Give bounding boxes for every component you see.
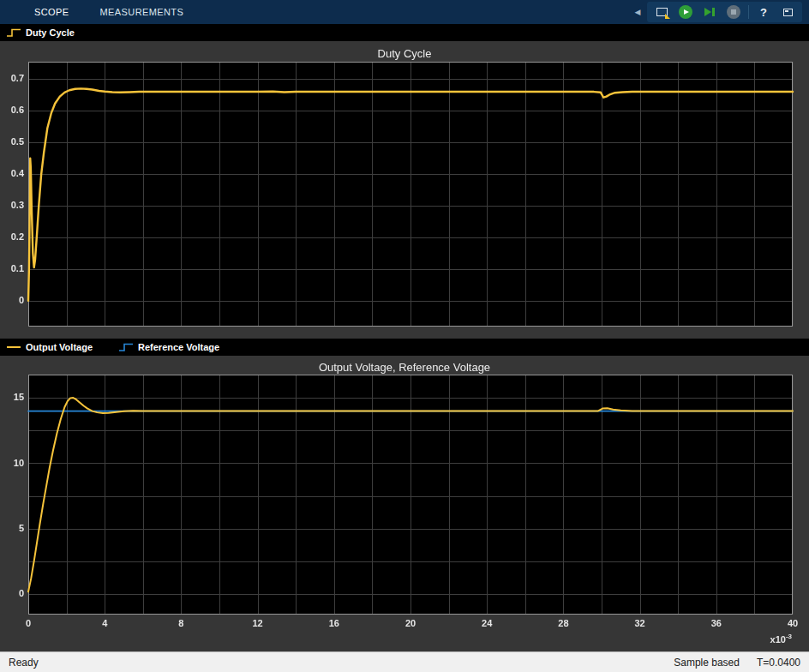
toolbar-actions: ◀ ? <box>632 2 809 22</box>
reference-voltage-step-icon <box>118 343 134 351</box>
status-text: Ready <box>9 657 39 669</box>
toolbar-divider <box>748 5 749 19</box>
legend-item-duty-cycle[interactable]: Duty Cycle <box>6 27 75 38</box>
duty-cycle-plot-canvas[interactable] <box>0 41 809 339</box>
help-icon: ? <box>760 6 767 19</box>
play-icon <box>679 5 692 19</box>
duty-cycle-step-icon <box>6 28 21 37</box>
tab-scope[interactable]: SCOPE <box>19 0 85 24</box>
voltage-chart: Output Voltage, Reference Voltage x10-3 <box>0 356 809 651</box>
legend-item-reference-voltage[interactable]: Reference Voltage <box>118 342 219 352</box>
legend-bar-top: Duty Cycle <box>0 24 809 41</box>
run-button[interactable] <box>676 3 695 21</box>
toolstrip-tabs: SCOPE MEASUREMENTS <box>0 0 199 24</box>
scope-window: SCOPE MEASUREMENTS ◀ ? Duty Cycle <box>0 0 809 672</box>
duty-cycle-chart: Duty Cycle <box>0 41 809 339</box>
help-button[interactable]: ? <box>754 3 773 21</box>
simulation-time-label: T=0.0400 <box>757 657 800 669</box>
simulink-block-icon <box>656 8 668 16</box>
toolstrip: SCOPE MEASUREMENTS ◀ ? <box>0 0 809 24</box>
output-voltage-line-icon <box>6 343 21 351</box>
legend-item-output-voltage[interactable]: Output Voltage <box>6 342 93 352</box>
step-forward-button[interactable] <box>700 3 719 21</box>
collapse-toolstrip-icon[interactable]: ◀ <box>632 8 644 16</box>
status-bar: Ready Sample based T=0.0400 <box>0 651 809 672</box>
legend-bar-bottom: Output Voltage Reference Voltage <box>0 339 809 356</box>
dock-icon <box>783 9 793 16</box>
legend-label-reference-voltage: Reference Voltage <box>138 342 219 352</box>
step-forward-icon <box>704 8 715 16</box>
tab-measurements[interactable]: MEASUREMENTS <box>85 0 200 24</box>
dock-button[interactable] <box>778 3 797 21</box>
stop-button[interactable] <box>724 3 743 21</box>
stop-icon <box>727 5 740 19</box>
voltage-title: Output Voltage, Reference Voltage <box>0 361 809 374</box>
legend-label-duty-cycle: Duty Cycle <box>26 27 75 38</box>
voltage-plot-canvas[interactable] <box>0 356 809 651</box>
highlight-simulink-block-button[interactable] <box>652 3 671 21</box>
duty-cycle-title: Duty Cycle <box>0 47 809 60</box>
sample-mode-label: Sample based <box>674 657 740 669</box>
x-axis-scale-label: x10-3 <box>770 633 792 645</box>
simulate-action-group: ? <box>647 2 802 22</box>
legend-label-output-voltage: Output Voltage <box>26 342 93 352</box>
